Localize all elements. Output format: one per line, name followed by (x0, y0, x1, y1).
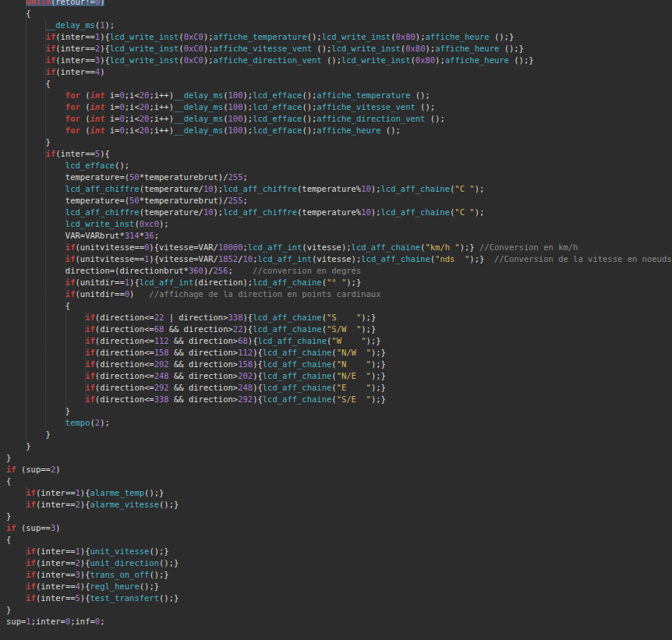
code-line[interactable]: } (6, 429, 672, 440)
code-token: (direction<= (95, 348, 154, 357)
code-line[interactable]: } (6, 452, 672, 464)
code-token (6, 114, 65, 123)
code-line[interactable]: if(inter==1){alarme_temp();} (6, 487, 672, 499)
code-line[interactable]: for (int i=0;i<20;i++)__delay_ms(100);lc… (6, 90, 672, 101)
code-token (6, 102, 65, 111)
code-line[interactable]: if(unitdir==1){lcd_aff_int(direction);lc… (6, 277, 672, 288)
code-line[interactable]: if(inter==1){lcd_write_inst(0xC0);affich… (6, 31, 672, 43)
code-token: *temperaturebrut)/ (140, 172, 228, 182)
code-line[interactable]: if(unitvitesse==1){vitesse=VAR/1852/10;l… (6, 253, 672, 265)
code-line[interactable]: { (6, 534, 672, 546)
code-token: ){ (242, 313, 253, 322)
code-content[interactable]: while(retour!=0) { __delay_ms(1); if(int… (6, 0, 672, 628)
code-token (6, 313, 85, 322)
code-line[interactable]: if(inter==4){regl_heure();} (6, 581, 672, 592)
code-line[interactable]: lcd_efface(); (6, 160, 672, 171)
code-token: 50 (129, 172, 140, 182)
code-token (6, 149, 46, 158)
code-token: ; (242, 172, 247, 182)
code-token: ); (104, 20, 115, 30)
code-line[interactable]: direction=(directionbrut*360)/256; //con… (6, 265, 672, 277)
code-line[interactable]: { (6, 300, 672, 312)
code-line[interactable]: if(inter==3){lcd_write_inst(0xC0);affich… (6, 55, 672, 66)
code-line[interactable]: tempo(2); (6, 417, 672, 429)
code-line[interactable]: VAR=VARbrut*314*36; (6, 230, 672, 242)
code-line[interactable]: while(retour!=0) (6, 0, 672, 8)
code-token: 0x80 (405, 44, 425, 53)
code-line[interactable]: if(inter==2){lcd_write_inst(0xC0);affich… (6, 43, 672, 55)
code-line[interactable]: if (sup==3) (6, 522, 672, 534)
code-token: "nds " (435, 254, 469, 263)
code-token: (); (381, 126, 401, 135)
code-line[interactable]: if(direction<=158 && direction>112){lcd_… (6, 347, 672, 359)
code-token: (temperature/ (140, 207, 203, 217)
code-token: ();} (509, 55, 534, 65)
code-line[interactable]: sup=1;inter=0;inf=0; (6, 616, 672, 628)
code-line[interactable]: if(inter==3){trans_on_off();} (6, 569, 672, 581)
code-token (6, 582, 26, 591)
code-token: ; (154, 231, 159, 240)
code-token: );} (346, 278, 361, 287)
code-line[interactable]: if(inter==2){alarme_vitesse();} (6, 499, 672, 511)
code-token: VAR=VARbrut* (6, 231, 125, 240)
code-token: ) (55, 523, 60, 532)
code-line[interactable]: if(direction<=112 && direction>68){lcd_a… (6, 335, 672, 347)
code-line[interactable]: for (int i=0;i<20;i++)__delay_ms(100);lc… (6, 101, 672, 113)
code-line[interactable]: lcd_aff_chiffre(temperature/10);lcd_aff_… (6, 183, 672, 195)
code-token: if (85, 359, 95, 369)
code-token: ();} (144, 488, 164, 497)
code-token: 22 (233, 324, 243, 334)
code-line[interactable]: } (6, 440, 672, 452)
code-line[interactable]: if(unitdir==0) //affichage de la directi… (6, 288, 672, 300)
code-line[interactable]: if(direction<=338 && direction>292){lcd_… (6, 394, 672, 405)
code-token: } (6, 605, 11, 614)
code-line[interactable]: for (int i=0;i<20;i++)__delay_ms(100);lc… (6, 113, 672, 125)
code-token: ){ (80, 500, 90, 509)
code-line[interactable]: } (6, 405, 672, 417)
code-line[interactable]: { (6, 476, 672, 487)
code-token: 255 (228, 196, 243, 205)
code-token: ();} (159, 558, 179, 568)
code-token: 256 (214, 266, 228, 275)
code-token: (); (307, 32, 322, 41)
code-line[interactable]: if(unitvitesse==0){vitesse=VAR/10000;lcd… (6, 242, 672, 253)
code-editor[interactable]: while(retour!=0) { __delay_ms(1); if(int… (0, 0, 672, 640)
code-line[interactable]: if(inter==2){unit_direction();} (6, 557, 672, 569)
code-token: 248 (238, 383, 253, 392)
code-token: 0xC0 (184, 32, 203, 41)
code-line[interactable]: lcd_aff_chiffre(temperature/10);lcd_aff_… (6, 207, 672, 218)
code-line[interactable]: { (6, 8, 672, 19)
code-line[interactable]: { (6, 78, 672, 90)
code-line[interactable]: if(direction<=248 && direction>202){lcd_… (6, 370, 672, 382)
code-line[interactable]: if(direction<=292 && direction>248){lcd_… (6, 382, 672, 394)
code-line[interactable]: if(inter==1){unit_vitesse();} (6, 546, 672, 557)
code-line[interactable]: if(direction<=202 && direction>158){lcd_… (6, 359, 672, 370)
code-line[interactable]: if(inter==5){test_transfert();} (6, 592, 672, 604)
code-token: lcd_aff_int (248, 242, 302, 252)
code-token: 20 (140, 114, 150, 123)
code-line[interactable]: if(direction<=68 && direction>22){lcd_af… (6, 324, 672, 335)
code-token: sup= (6, 617, 26, 626)
code-line[interactable]: if (sup==2) (6, 464, 672, 476)
code-token: affiche_temperature (214, 32, 307, 41)
code-line[interactable]: if(inter==4) (6, 66, 672, 78)
code-line[interactable]: lcd_write_inst(0xc0); (6, 218, 672, 230)
code-token: 292 (238, 394, 253, 404)
code-token: affiche_heure (445, 55, 509, 65)
code-line[interactable]: for (int i=0;i<20;i++)__delay_ms(100);lc… (6, 125, 672, 136)
code-line[interactable]: if(direction<=22 | direction>338){lcd_af… (6, 312, 672, 324)
code-token: "W " (331, 336, 366, 345)
code-token (6, 0, 26, 6)
code-line[interactable]: } (6, 604, 672, 616)
code-token: 36 (144, 231, 154, 240)
code-token: if (26, 593, 36, 603)
code-line[interactable]: temperature=(50*temperaturebrut)/255; (6, 171, 672, 183)
code-line[interactable]: __delay_ms(1); (6, 19, 672, 31)
code-token: ); (243, 90, 253, 100)
code-line[interactable]: if(inter==5){ (6, 148, 672, 160)
code-line[interactable]: } (6, 136, 672, 148)
code-token: )/ (203, 266, 214, 275)
code-line[interactable]: } (6, 511, 672, 522)
code-token: (); (322, 55, 341, 65)
code-line[interactable]: temperature=(50*temperaturebrut)/255; (6, 195, 672, 207)
